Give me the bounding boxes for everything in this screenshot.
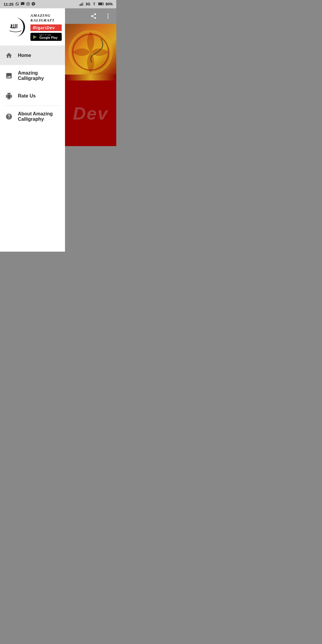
drawer-header: الله AMAZING KALIGRAFI RigariDev bbox=[0, 8, 65, 46]
drawer-menu: Home Amazing Calligraphy Rate Us bbox=[0, 46, 65, 252]
home-label: Home bbox=[18, 53, 31, 58]
messenger-icon bbox=[31, 2, 35, 7]
rigari-tile: Dev bbox=[65, 80, 116, 146]
svg-point-10 bbox=[107, 18, 109, 19]
status-right: 3G 80% bbox=[79, 2, 113, 7]
main-layout: Dev الله AMAZING KALIGRAF bbox=[0, 8, 116, 252]
status-time: 11:25 bbox=[4, 2, 13, 7]
svg-point-9 bbox=[107, 16, 109, 17]
menu-item-about[interactable]: About Amazing Calligraphy bbox=[0, 106, 65, 127]
navigation-drawer: الله AMAZING KALIGRAFI RigariDev bbox=[0, 8, 65, 252]
about-label: About Amazing Calligraphy bbox=[18, 111, 60, 122]
calligraphy-tile bbox=[65, 24, 116, 80]
app-logo: الله bbox=[4, 15, 27, 39]
get-it-on-label: GET IT ON bbox=[39, 34, 58, 36]
battery-icon bbox=[98, 2, 104, 7]
android-icon bbox=[5, 92, 13, 100]
status-left: 11:25 bbox=[4, 2, 35, 7]
rate-us-label: Rate Us bbox=[18, 93, 36, 99]
chat-icon bbox=[21, 2, 25, 7]
question-icon bbox=[5, 112, 13, 121]
status-bar: 11:25 bbox=[0, 0, 116, 8]
rigari-bg-text: Dev bbox=[73, 103, 108, 124]
share-button[interactable] bbox=[88, 10, 100, 22]
menu-item-amazing-calligraphy[interactable]: Amazing Calligraphy bbox=[0, 65, 65, 86]
action-bar bbox=[65, 8, 116, 24]
menu-item-rate-us[interactable]: Rate Us bbox=[0, 86, 65, 106]
instagram-icon bbox=[26, 2, 30, 7]
svg-rect-1 bbox=[80, 4, 81, 6]
svg-rect-2 bbox=[82, 3, 82, 6]
google-play-text: GET IT ON Google Play bbox=[39, 34, 58, 40]
menu-item-home[interactable]: Home bbox=[0, 46, 65, 65]
svg-rect-0 bbox=[80, 4, 80, 6]
whatsapp-icon bbox=[15, 2, 19, 7]
app-title: AMAZING KALIGRAFI bbox=[30, 13, 62, 23]
background-content: Dev bbox=[65, 8, 116, 252]
network-type: 3G bbox=[86, 2, 90, 6]
rigari-dev-badge: RigariDev bbox=[30, 24, 62, 31]
signal-bars-icon bbox=[79, 2, 84, 7]
home-icon bbox=[5, 51, 13, 60]
svg-point-8 bbox=[107, 14, 109, 15]
status-notification-icons bbox=[15, 2, 35, 7]
store-name-label: Google Play bbox=[39, 36, 58, 40]
svg-rect-3 bbox=[83, 2, 83, 6]
svg-text:الله: الله bbox=[10, 24, 18, 30]
image-icon bbox=[5, 72, 13, 80]
wifi-icon bbox=[92, 2, 97, 7]
amazing-calligraphy-label: Amazing Calligraphy bbox=[18, 70, 60, 81]
svg-point-4 bbox=[94, 5, 95, 5]
more-options-button[interactable] bbox=[102, 10, 114, 22]
battery-level: 80% bbox=[106, 2, 113, 6]
svg-rect-6 bbox=[103, 3, 104, 4]
google-play-button[interactable]: GET IT ON Google Play bbox=[30, 33, 62, 41]
svg-rect-7 bbox=[99, 3, 103, 5]
drawer-header-info: AMAZING KALIGRAFI RigariDev bbox=[30, 13, 62, 41]
